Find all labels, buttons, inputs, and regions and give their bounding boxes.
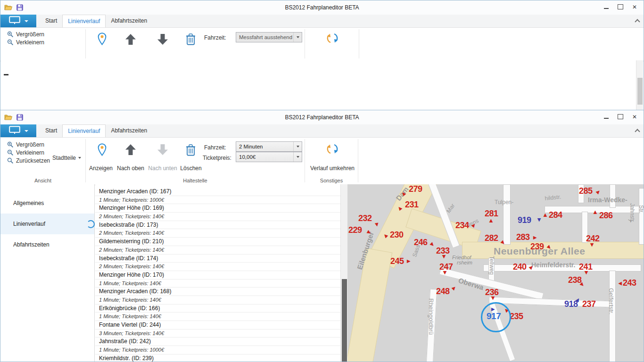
stop-row[interactable]: Kriemhildstr. (ID: 239) [95, 354, 340, 362]
stop-marker[interactable]: 918 [564, 300, 578, 308]
ribbon-collapse-icon[interactable] [635, 19, 640, 24]
minimize-button[interactable] [599, 111, 613, 122]
zoom-in-button[interactable]: Vergrößern [16, 141, 44, 148]
stop-marker[interactable]: 285 [579, 187, 593, 195]
zoom-reset-button[interactable]: Zurücksetzen [16, 157, 50, 164]
delete-icon[interactable] [186, 33, 196, 47]
reverse-route-icon[interactable] [325, 142, 339, 157]
stop-row[interactable]: Gildemeisterring (ID: 210) [95, 238, 340, 246]
stop-marker[interactable]: 279 [409, 185, 422, 193]
stop-direction-icon[interactable] [532, 235, 538, 241]
stop-row[interactable]: 1 Minute; Ticketpreis: 140€ [95, 313, 340, 321]
minimize-button[interactable] [599, 1, 613, 12]
sidebar-item[interactable]: Linienverlauf [0, 214, 94, 234]
stop-direction-icon[interactable] [617, 280, 623, 287]
stop-row[interactable]: Fontane Viertel (ID: 244) [95, 321, 340, 329]
stop-marker[interactable]: 243 [623, 279, 636, 287]
nach-oben-button[interactable]: Nach oben [116, 165, 145, 172]
stop-row[interactable]: Menzinger Arcaden (ID: 167) [95, 188, 340, 196]
stop-marker[interactable]: 282 [485, 234, 498, 242]
stop-row[interactable]: Isebeckstraße (ID: 173) [95, 221, 340, 230]
stop-marker[interactable]: 231 [405, 200, 419, 209]
stop-row[interactable]: 1 Minute; Ticketpreis: 140€ [95, 280, 340, 288]
stop-marker[interactable]: 284 [549, 211, 562, 219]
sidebar-item[interactable]: Abfahrtszeiten [0, 234, 94, 255]
stop-marker[interactable]: 246 [414, 238, 428, 247]
vertical-scrollbar[interactable] [636, 60, 643, 110]
stop-direction-icon[interactable] [536, 217, 542, 223]
stop-row[interactable]: Isebeckstraße (ID: 174) [95, 255, 340, 263]
loeschen-button[interactable]: Löschen [180, 165, 202, 172]
stop-marker[interactable]: 232 [358, 214, 372, 222]
stop-row[interactable]: 1 Minute; Ticketpreis: 1000€ [95, 196, 340, 205]
stop-marker[interactable]: 238 [568, 276, 582, 284]
stop-marker[interactable]: 283 [516, 233, 530, 241]
stop-direction-icon[interactable] [406, 258, 412, 264]
stop-row[interactable]: 2 Minuten; Ticketpreis: 140€ [95, 263, 340, 271]
stop-marker[interactable]: 919 [518, 216, 531, 224]
scrollbar-thumb[interactable] [637, 78, 643, 105]
stadtteile-dropdown[interactable]: Stadtteile [50, 153, 84, 163]
close-button[interactable]: ✕ [627, 111, 642, 122]
stop-row[interactable]: 3 Minuten; Ticketpreis: 140€ [95, 329, 340, 338]
stop-marker[interactable]: 229 [348, 226, 362, 234]
stop-direction-icon[interactable] [542, 212, 548, 218]
stop-direction-icon[interactable] [450, 283, 458, 292]
delete-icon[interactable] [186, 143, 196, 158]
app-menu-button[interactable] [0, 15, 36, 27]
stop-marker[interactable]: 247 [439, 263, 453, 271]
stop-row[interactable]: Menzinger Höhe (ID: 169) [95, 204, 340, 213]
stop-marker[interactable]: 233 [436, 247, 450, 255]
maximize-button[interactable] [613, 111, 627, 122]
stop-marker[interactable]: 241 [579, 263, 593, 271]
app-menu-button[interactable] [0, 124, 36, 137]
stop-marker[interactable]: 245 [390, 257, 404, 265]
map-canvas[interactable]: DamEilenburgerSassMaritensTulpen-hildstr… [347, 184, 644, 362]
scrollbar-thumb[interactable] [342, 279, 347, 362]
zoom-in-button[interactable]: Vergrößern [16, 31, 44, 38]
ribbon-tab[interactable]: Linienverlauf [62, 15, 106, 27]
fahrzeit-combobox[interactable]: 2 Minuten [236, 141, 302, 152]
move-up-icon[interactable] [124, 33, 137, 48]
stop-direction-icon[interactable] [428, 240, 437, 249]
verlauf-umkehren-button[interactable]: Verlauf umkehren [307, 165, 358, 172]
reverse-route-icon[interactable] [325, 32, 339, 47]
show-stop-icon[interactable] [98, 143, 107, 158]
ribbon-tab[interactable]: Linienverlauf [62, 124, 106, 137]
stop-row[interactable]: Jahnstraße (ID: 242) [95, 337, 340, 346]
close-button[interactable]: ✕ [627, 1, 642, 12]
show-stop-icon[interactable] [98, 33, 107, 47]
list-scrollbar[interactable] [340, 184, 347, 362]
anzeigen-button[interactable]: Anzeigen [86, 165, 116, 172]
stop-marker[interactable]: 242 [586, 234, 600, 243]
stop-row[interactable]: Menzinger Arcaden (ID: 168) [95, 288, 340, 296]
ribbon-tab[interactable]: Start [40, 124, 62, 137]
maximize-button[interactable] [613, 1, 627, 12]
stop-marker[interactable]: 234 [455, 221, 469, 230]
stop-row[interactable]: Menzinger Höhe (ID: 170) [95, 271, 340, 280]
dropdown-arrow-icon[interactable] [293, 33, 302, 42]
ticketpreis-combobox[interactable]: 10,00€ [236, 152, 302, 162]
fahrzeit-combobox[interactable]: Messfahrt ausstehend [236, 32, 302, 42]
move-down-icon[interactable] [157, 33, 169, 48]
move-up-icon[interactable] [124, 143, 137, 158]
stop-marker[interactable]: 235 [510, 312, 523, 321]
ribbon-tab[interactable]: Abfahrtszeiten [106, 124, 152, 137]
stop-row[interactable]: 2 Minuten; Ticketpreis: 140€ [95, 213, 340, 221]
sidebar-item[interactable]: Allgemeines [0, 193, 94, 214]
ribbon-collapse-icon[interactable] [635, 129, 640, 134]
stop-row[interactable]: 1 Minute; Ticketpreis: 1000€ [95, 346, 340, 354]
stop-marker[interactable]: 281 [485, 209, 498, 218]
stop-row[interactable]: 1 Minute; Ticketpreis: 140€ [95, 296, 340, 304]
stop-row[interactable]: 2 Minuten; Ticketpreis: 140€ [95, 229, 340, 238]
stop-marker[interactable]: 236 [485, 288, 499, 296]
stop-marker[interactable]: 240 [513, 263, 527, 271]
stop-marker[interactable]: 230 [390, 230, 404, 239]
dropdown-arrow-icon[interactable] [293, 152, 302, 162]
stop-marker[interactable]: 286 [599, 211, 613, 220]
stop-row[interactable]: Erlkönigbrücke (ID: 166) [95, 304, 340, 313]
stop-marker[interactable]: 237 [582, 300, 596, 308]
stop-direction-icon[interactable] [592, 209, 598, 215]
stop-marker[interactable]: 248 [436, 287, 450, 296]
stop-row[interactable]: 2 Minuten; Ticketpreis: 140€ [95, 246, 340, 255]
